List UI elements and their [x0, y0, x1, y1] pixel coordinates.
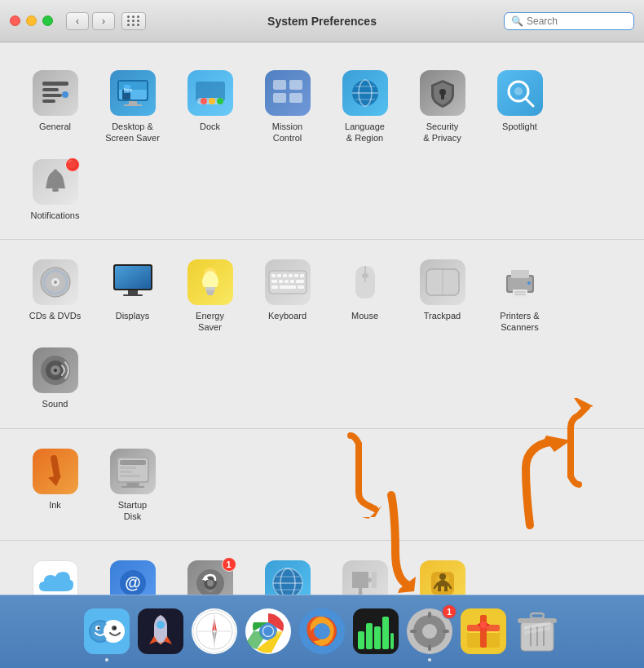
printers-label: Printers & Scanners [500, 310, 539, 334]
svg-point-75 [527, 281, 531, 285]
pref-dock[interactable]: Dock [171, 62, 249, 151]
svg-rect-21 [289, 93, 302, 103]
safari-icon [192, 608, 237, 654]
pref-extensions[interactable]: Extensions [326, 552, 404, 595]
dock-finder[interactable] [82, 606, 132, 657]
pref-network[interactable]: Network [249, 552, 326, 595]
svg-rect-173 [382, 617, 389, 649]
pref-displays[interactable]: Displays [94, 251, 171, 340]
forward-button[interactable]: › [92, 12, 115, 30]
svg-point-151 [114, 627, 117, 630]
pref-icloud[interactable]: iCloud [16, 552, 94, 595]
svg-point-147 [104, 622, 123, 641]
svg-point-79 [54, 369, 57, 372]
pref-desktop[interactable]: New Desktop & Screen Saver [94, 62, 171, 151]
desktop-icon: New [108, 69, 157, 117]
sysprefs-dot [428, 658, 431, 661]
svg-rect-56 [271, 280, 277, 283]
icloud-icon [31, 559, 80, 595]
svg-point-149 [98, 627, 100, 630]
pref-mouse[interactable]: Mouse [326, 251, 404, 340]
dock-launchpad[interactable] [135, 606, 186, 657]
svg-text:New: New [124, 87, 132, 92]
svg-point-165 [263, 626, 273, 636]
svg-rect-180 [443, 630, 449, 633]
svg-rect-86 [120, 475, 140, 477]
mouse-icon [341, 258, 390, 307]
svg-rect-57 [279, 280, 283, 283]
svg-rect-58 [285, 280, 289, 283]
pref-energy[interactable]: Energy Saver [171, 251, 249, 340]
dock-istatmenus[interactable] [351, 606, 401, 657]
svg-point-16 [209, 98, 215, 104]
pref-trackpad[interactable]: Trackpad [404, 251, 481, 340]
svg-rect-9 [124, 104, 142, 106]
svg-line-30 [526, 99, 533, 106]
energy-label: Energy Saver [196, 310, 224, 334]
maximize-button[interactable] [42, 15, 53, 26]
giftbox-icon [461, 608, 506, 654]
svg-rect-60 [296, 280, 304, 283]
svg-rect-170 [358, 631, 364, 649]
pref-sound[interactable]: Sound [16, 339, 94, 416]
dock-safari[interactable] [189, 606, 240, 657]
back-button[interactable]: ‹ [66, 12, 89, 30]
svg-rect-171 [366, 623, 373, 649]
dock: 1 [0, 595, 644, 668]
startup-label: Startup Disk [118, 499, 147, 523]
pref-spotlight[interactable]: Spotlight [481, 62, 558, 151]
svg-rect-4 [62, 91, 68, 98]
svg-point-102 [439, 573, 446, 580]
trash-icon [514, 608, 560, 654]
svg-point-93 [207, 580, 214, 586]
pref-printers[interactable]: Printers & Scanners [481, 251, 558, 340]
traffic-lights [10, 15, 53, 26]
svg-rect-177 [428, 612, 431, 618]
pref-security[interactable]: Security & Privacy [404, 62, 481, 151]
svg-point-168 [314, 623, 330, 639]
pref-keyboard[interactable]: Keyboard [249, 251, 326, 340]
pref-notifications[interactable]: 🔴 Notifications [16, 151, 94, 228]
grid-view-button[interactable] [121, 12, 146, 30]
pref-general[interactable]: General [16, 62, 94, 151]
pref-ink[interactable]: Ink [16, 440, 94, 529]
notifications-icon: 🔴 [31, 157, 80, 206]
internet-icons-row: iCloud @ Internet Accounts [16, 552, 628, 595]
firefox-icon [299, 608, 345, 654]
search-box[interactable]: 🔍 [504, 12, 634, 30]
dock-sysprefs[interactable]: 1 [404, 606, 455, 657]
ink-icon [31, 447, 80, 496]
dock-trash[interactable] [512, 606, 562, 657]
dock-giftbox[interactable] [458, 606, 509, 657]
search-input[interactable] [527, 15, 624, 27]
svg-point-65 [362, 273, 368, 278]
svg-rect-179 [410, 630, 417, 633]
svg-rect-45 [205, 287, 215, 290]
language-label: Language & Region [345, 121, 385, 144]
section-internet: iCloud @ Internet Accounts [0, 541, 644, 595]
section-hardware: CDs & DVDs [0, 240, 644, 429]
mission-icon [263, 69, 312, 117]
section-personal: General [0, 51, 644, 240]
svg-rect-19 [289, 80, 302, 90]
svg-rect-0 [42, 82, 68, 86]
svg-point-37 [54, 281, 57, 284]
close-button[interactable] [10, 15, 20, 26]
startup-icon [108, 447, 157, 496]
pref-softwareupdate[interactable]: 1 Software Update [171, 552, 249, 595]
pref-sharing[interactable]: Sharing [404, 552, 481, 595]
pref-internetaccounts[interactable]: @ Internet Accounts [94, 552, 171, 595]
minimize-button[interactable] [26, 15, 37, 26]
main-wrapper: General [0, 42, 644, 595]
pref-cds[interactable]: CDs & DVDs [16, 251, 94, 340]
network-icon [263, 559, 312, 595]
pref-startup[interactable]: Startup Disk [94, 440, 171, 529]
dock-pref-icon [186, 69, 235, 117]
dock-firefox[interactable] [297, 606, 347, 657]
dock-chrome[interactable] [243, 606, 293, 657]
general-icon [31, 69, 80, 117]
pref-language[interactable]: Language & Region [326, 62, 404, 151]
dock-label: Dock [200, 121, 220, 132]
pref-mission[interactable]: Mission Control [249, 62, 326, 151]
svg-rect-2 [42, 94, 62, 97]
